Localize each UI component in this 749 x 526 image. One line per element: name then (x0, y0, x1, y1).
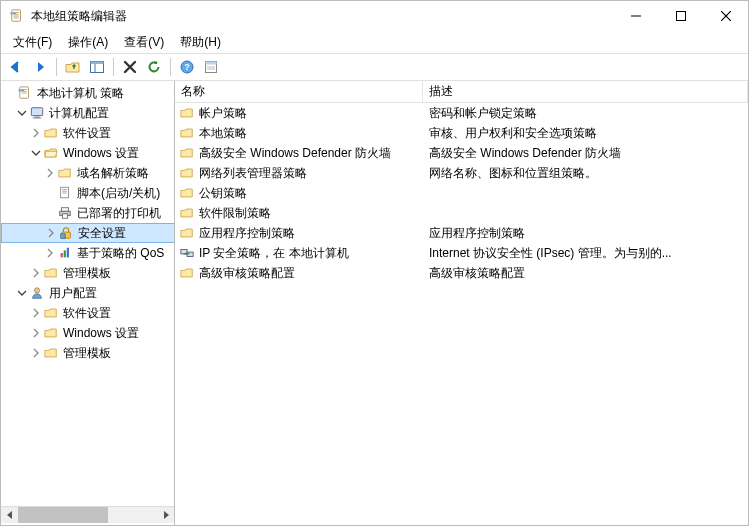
scroll-left-icon[interactable] (1, 507, 18, 524)
printer-icon (57, 205, 73, 221)
chevron-right-icon[interactable] (29, 326, 43, 340)
svg-rect-35 (61, 234, 65, 238)
toolbar-separator (170, 58, 171, 76)
list-row[interactable]: 公钥策略 (175, 183, 748, 203)
close-button[interactable] (703, 1, 748, 31)
tree-node-scripts[interactable]: 脚本(启动/关机) (1, 183, 175, 203)
folder-icon (179, 205, 195, 221)
tree-horizontal-scrollbar[interactable] (1, 506, 174, 523)
list-item-name: IP 安全策略，在 本地计算机 (199, 245, 349, 262)
list-item-desc: Internet 协议安全性 (IPsec) 管理。为与别的... (423, 245, 748, 262)
list-item-name: 高级审核策略配置 (199, 265, 295, 282)
tree-node-security-settings[interactable]: 安全设置 (1, 223, 175, 243)
scroll-track[interactable] (18, 507, 157, 523)
svg-rect-38 (67, 248, 69, 258)
column-desc-header[interactable]: 描述 (423, 81, 748, 102)
list-name-cell: 帐户策略 (175, 105, 423, 122)
tree-node-user-software[interactable]: 软件设置 (1, 303, 175, 323)
back-button[interactable] (5, 56, 27, 78)
minimize-button[interactable] (613, 1, 658, 31)
tree-pane[interactable]: 本地计算机 策略 计算机配置 软件设置 (1, 81, 175, 525)
tree-node-label: 软件设置 (63, 305, 111, 322)
show-hide-tree-button[interactable] (86, 56, 108, 78)
tree-node-printers[interactable]: 已部署的打印机 (1, 203, 175, 223)
tree-node-computer-config[interactable]: 计算机配置 (1, 103, 175, 123)
chevron-right-icon[interactable] (43, 246, 57, 260)
ipsec-icon (179, 245, 195, 261)
tree-node-admin-templates[interactable]: 管理模板 (1, 263, 175, 283)
window-title: 本地组策略编辑器 (31, 8, 613, 25)
menu-file[interactable]: 文件(F) (5, 32, 60, 53)
tree-node-windows-settings[interactable]: Windows 设置 (1, 143, 175, 163)
svg-rect-36 (61, 253, 63, 257)
up-button[interactable] (62, 56, 84, 78)
computer-icon (29, 105, 45, 121)
list-row[interactable]: 帐户策略密码和帐户锁定策略 (175, 103, 748, 123)
list-header: 名称 描述 (175, 81, 748, 103)
menu-help[interactable]: 帮助(H) (172, 32, 229, 53)
forward-button[interactable] (29, 56, 51, 78)
list-item-name: 软件限制策略 (199, 205, 271, 222)
svg-rect-26 (33, 118, 42, 119)
tree-node-label: 已部署的打印机 (77, 205, 161, 222)
list-item-name: 帐户策略 (199, 105, 247, 122)
list-item-desc: 密码和帐户锁定策略 (423, 105, 748, 122)
properties-button[interactable] (200, 56, 222, 78)
menu-action[interactable]: 操作(A) (60, 32, 116, 53)
list-row[interactable]: 软件限制策略 (175, 203, 748, 223)
list-row[interactable]: 应用程序控制策略应用程序控制策略 (175, 223, 748, 243)
chevron-right-icon[interactable] (29, 126, 43, 140)
folder-icon (179, 225, 195, 241)
tree-node-name-resolution[interactable]: 域名解析策略 (1, 163, 175, 183)
maximize-button[interactable] (658, 1, 703, 31)
tree-node-label: 本地计算机 策略 (37, 85, 124, 102)
list-name-cell: 高级审核策略配置 (175, 265, 423, 282)
list-row[interactable]: IP 安全策略，在 本地计算机Internet 协议安全性 (IPsec) 管理… (175, 243, 748, 263)
list-row[interactable]: 网络列表管理器策略网络名称、图标和位置组策略。 (175, 163, 748, 183)
toolbar: ? (1, 53, 748, 81)
svg-rect-16 (206, 62, 217, 65)
tree-node-software-settings[interactable]: 软件设置 (1, 123, 175, 143)
list-row[interactable]: 高级审核策略配置高级审核策略配置 (175, 263, 748, 283)
delete-button[interactable] (119, 56, 141, 78)
list-name-cell: 软件限制策略 (175, 205, 423, 222)
scroll-right-icon[interactable] (157, 507, 174, 524)
chevron-right-icon[interactable] (44, 226, 58, 240)
svg-point-39 (34, 288, 39, 293)
tree-node-label: Windows 设置 (63, 325, 139, 342)
chevron-right-icon[interactable] (29, 266, 43, 280)
tree-node-user-admin[interactable]: 管理模板 (1, 343, 175, 363)
help-button[interactable]: ? (176, 56, 198, 78)
chevron-down-icon[interactable] (15, 106, 29, 120)
chevron-right-icon[interactable] (43, 166, 57, 180)
list-row[interactable]: 高级安全 Windows Defender 防火墙高级安全 Windows De… (175, 143, 748, 163)
svg-rect-0 (12, 10, 21, 21)
folder-icon (179, 125, 195, 141)
menu-view[interactable]: 查看(V) (116, 32, 172, 53)
chevron-right-icon[interactable] (29, 346, 43, 360)
svg-rect-7 (676, 12, 685, 21)
list-body[interactable]: 帐户策略密码和帐户锁定策略本地策略审核、用户权利和安全选项策略高级安全 Wind… (175, 103, 748, 525)
menubar: 文件(F) 操作(A) 查看(V) 帮助(H) (1, 31, 748, 53)
column-name-header[interactable]: 名称 (175, 81, 423, 102)
chevron-down-icon[interactable] (15, 286, 29, 300)
folder-icon (179, 185, 195, 201)
tree-node-user-config[interactable]: 用户配置 (1, 283, 175, 303)
folder-icon (43, 125, 59, 141)
list-item-name: 公钥策略 (199, 185, 247, 202)
list-name-cell: IP 安全策略，在 本地计算机 (175, 245, 423, 262)
tree-node-user-windows[interactable]: Windows 设置 (1, 323, 175, 343)
refresh-button[interactable] (143, 56, 165, 78)
folder-icon (179, 145, 195, 161)
chevron-down-icon[interactable] (29, 146, 43, 160)
scroll-thumb[interactable] (18, 507, 108, 523)
list-row[interactable]: 本地策略审核、用户权利和安全选项策略 (175, 123, 748, 143)
tree-node-label: 管理模板 (63, 265, 111, 282)
chevron-spacer (43, 206, 57, 220)
toolbar-separator (56, 58, 57, 76)
chevron-right-icon[interactable] (29, 306, 43, 320)
tree-node-root[interactable]: 本地计算机 策略 (1, 83, 175, 103)
titlebar: 本地组策略编辑器 (1, 1, 748, 31)
tree-node-qos[interactable]: 基于策略的 QoS (1, 243, 175, 263)
list-item-desc: 应用程序控制策略 (423, 225, 748, 242)
